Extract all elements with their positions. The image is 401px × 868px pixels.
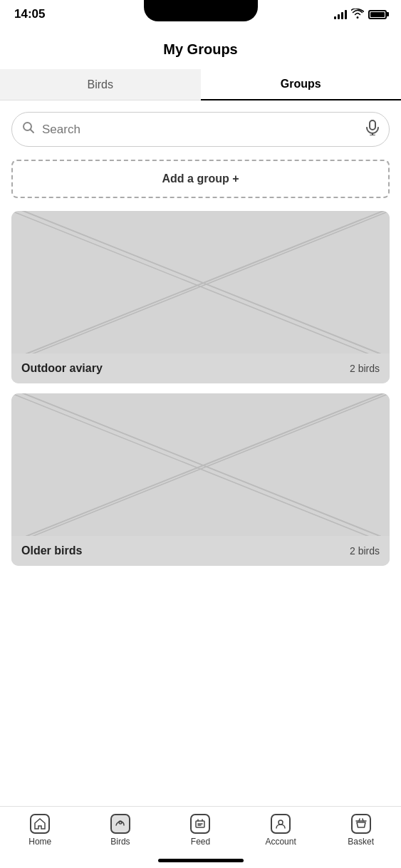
- notch: [144, 0, 258, 21]
- content-area: Add a group + Outdoor aviary 2 birds Old…: [0, 100, 401, 566]
- svg-line-17: [363, 819, 363, 821]
- placeholder-x-icon: [11, 393, 390, 536]
- tab-groups[interactable]: Groups: [201, 69, 402, 100]
- battery-icon: [368, 10, 387, 19]
- group-name: Outdoor aviary: [21, 362, 103, 375]
- svg-point-9: [119, 821, 122, 824]
- basket-icon: [351, 814, 371, 834]
- tab-birds[interactable]: Birds: [0, 69, 201, 100]
- svg-line-16: [359, 819, 360, 821]
- nav-label-birds: Birds: [110, 837, 130, 847]
- group-card-outdoor-aviary[interactable]: Outdoor aviary 2 birds: [11, 211, 390, 383]
- group-card-image: [11, 211, 390, 353]
- group-card-older-birds[interactable]: Older birds 2 birds: [11, 393, 390, 566]
- home-icon: [30, 814, 50, 834]
- svg-point-15: [278, 820, 283, 825]
- nav-label-basket: Basket: [348, 837, 374, 847]
- header: My Groups: [0, 31, 401, 69]
- nav-label-account: Account: [265, 837, 296, 847]
- search-icon: [22, 121, 35, 138]
- nav-item-basket[interactable]: Basket: [321, 814, 401, 847]
- status-time: 14:05: [14, 7, 45, 21]
- svg-line-1: [31, 130, 34, 133]
- nav-item-birds[interactable]: Birds: [80, 814, 161, 847]
- tabs: Birds Groups: [0, 69, 401, 100]
- feed-icon: [190, 814, 210, 834]
- microphone-icon[interactable]: [366, 120, 379, 139]
- svg-rect-2: [370, 120, 375, 130]
- wifi-icon: [351, 9, 364, 21]
- svg-line-8: [11, 393, 390, 536]
- group-count: 2 birds: [350, 363, 380, 374]
- nav-label-home: Home: [28, 837, 51, 847]
- search-input[interactable]: [42, 123, 366, 137]
- group-card-footer: Outdoor aviary 2 birds: [11, 353, 390, 383]
- home-indicator: [158, 859, 244, 862]
- nav-label-feed: Feed: [191, 837, 210, 847]
- status-icons: [334, 9, 387, 21]
- nav-item-feed[interactable]: Feed: [160, 814, 241, 847]
- page-title: My Groups: [163, 41, 237, 57]
- svg-line-5: [11, 211, 390, 353]
- group-count: 2 birds: [350, 545, 380, 557]
- svg-line-6: [11, 211, 390, 353]
- group-name: Older birds: [21, 544, 82, 557]
- search-bar: [11, 112, 390, 147]
- add-group-button[interactable]: Add a group +: [11, 160, 390, 198]
- account-icon: [271, 814, 291, 834]
- group-card-image: [11, 393, 390, 536]
- group-card-footer: Older birds 2 birds: [11, 536, 390, 566]
- placeholder-x-icon: [11, 211, 390, 353]
- nav-item-home[interactable]: Home: [0, 814, 80, 847]
- signal-icon: [334, 9, 347, 19]
- svg-line-7: [11, 393, 390, 536]
- nav-item-account[interactable]: Account: [241, 814, 321, 847]
- birds-icon: [110, 814, 130, 834]
